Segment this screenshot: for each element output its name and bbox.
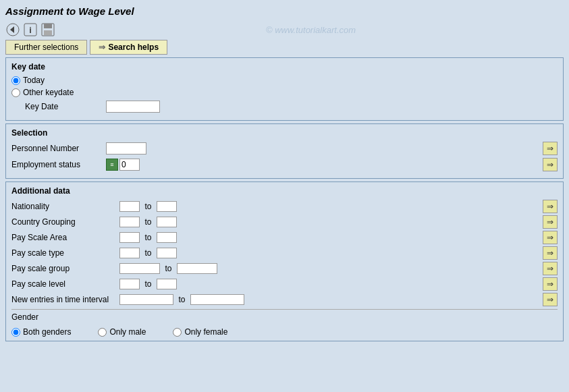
- nationality-to-label: to: [140, 202, 157, 211]
- svg-rect-6: [44, 30, 52, 35]
- new-entries-to-label: to: [173, 295, 190, 304]
- back-icon[interactable]: [5, 22, 20, 37]
- pay-scale-area-label: Pay Scale Area: [11, 233, 119, 242]
- other-keydate-label: Other keydate: [23, 88, 74, 97]
- key-date-input[interactable]: [106, 101, 160, 113]
- country-grouping-arrow-btn[interactable]: [543, 215, 558, 229]
- nationality-label: Nationality: [11, 202, 119, 211]
- today-radio[interactable]: [11, 76, 20, 85]
- nationality-arrow-btn[interactable]: [543, 200, 558, 213]
- nationality-row: Nationality to: [11, 200, 558, 213]
- svg-text:i: i: [29, 25, 32, 35]
- pay-scale-level-arrow-btn[interactable]: [543, 277, 558, 291]
- country-grouping-from-input[interactable]: [119, 217, 140, 227]
- key-date-field-label: Key Date: [11, 102, 106, 111]
- tab-search-helps-label: Search helps: [108, 43, 159, 52]
- new-entries-row: New entries in time interval to: [11, 293, 558, 306]
- pay-scale-level-to-label: to: [140, 279, 157, 289]
- country-grouping-label: Country Grouping: [11, 217, 119, 227]
- both-genders-radio[interactable]: [11, 328, 20, 337]
- pay-scale-area-row: Pay Scale Area to: [11, 231, 558, 244]
- employment-status-arrow-btn[interactable]: [543, 158, 558, 171]
- employment-status-label: Employment status: [11, 160, 106, 169]
- personnel-number-arrow-btn[interactable]: [543, 142, 558, 155]
- toolbar: i © www.tutorialkart.com: [3, 21, 566, 38]
- pay-scale-group-to-input[interactable]: [177, 263, 217, 274]
- pay-scale-level-row: Pay scale level to: [11, 277, 558, 291]
- key-date-title: Key date: [11, 62, 558, 72]
- gender-subsection: Gender Both genders Only male Only femal…: [11, 309, 558, 337]
- key-date-section: Key date Today Other keydate Key Date: [5, 57, 564, 121]
- nationality-from-input[interactable]: [119, 201, 140, 212]
- pay-scale-group-from-input[interactable]: [119, 263, 160, 274]
- both-genders-label: Both genders: [23, 327, 71, 337]
- only-male-option: Only male: [98, 327, 146, 337]
- additional-data-title: Additional data: [11, 186, 558, 196]
- new-entries-to-input[interactable]: [190, 294, 244, 305]
- today-label: Today: [23, 76, 45, 85]
- gender-title: Gender: [11, 312, 558, 322]
- pay-scale-type-to-input[interactable]: [157, 248, 177, 258]
- personnel-number-input[interactable]: [106, 142, 146, 155]
- other-keydate-radio[interactable]: [11, 88, 20, 97]
- country-grouping-row: Country Grouping to: [11, 215, 558, 229]
- pay-scale-area-to-input[interactable]: [157, 232, 177, 243]
- pay-scale-level-from-input[interactable]: [119, 279, 140, 289]
- new-entries-from-input[interactable]: [119, 294, 173, 305]
- pay-scale-type-to-label: to: [140, 248, 157, 258]
- only-female-label: Only female: [184, 327, 227, 337]
- employment-status-row: Employment status ≡: [11, 158, 558, 171]
- personnel-number-row: Personnel Number: [11, 142, 558, 155]
- watermark: © www.tutorialkart.com: [58, 25, 564, 35]
- tab-search-helps[interactable]: ⇒ Search helps: [90, 40, 167, 55]
- pay-scale-type-label: Pay scale type: [11, 248, 119, 258]
- pay-scale-area-arrow-btn[interactable]: [543, 231, 558, 244]
- only-male-label: Only male: [109, 327, 146, 337]
- tab-further-selections-label: Further selections: [14, 43, 78, 52]
- nationality-to-input[interactable]: [157, 201, 177, 212]
- country-grouping-to-label: to: [140, 217, 157, 227]
- pay-scale-group-row: Pay scale group to: [11, 262, 558, 275]
- pay-scale-type-row: Pay scale type to: [11, 246, 558, 260]
- both-genders-option: Both genders: [11, 327, 71, 337]
- tab-further-selections[interactable]: Further selections: [5, 40, 87, 55]
- new-entries-arrow-btn[interactable]: [543, 293, 558, 306]
- tab-arrow-icon: ⇒: [99, 43, 105, 52]
- pay-scale-level-label: Pay scale level: [11, 279, 119, 289]
- page-title: Assignment to Wage Level: [3, 3, 566, 20]
- new-entries-label: New entries in time interval: [11, 295, 119, 304]
- tab-bar: Further selections ⇒ Search helps: [3, 40, 566, 55]
- pay-scale-group-to-label: to: [160, 264, 177, 273]
- svg-rect-5: [44, 24, 52, 28]
- save-icon[interactable]: [40, 22, 55, 37]
- pay-scale-type-from-input[interactable]: [119, 248, 140, 258]
- info-icon[interactable]: i: [23, 22, 38, 37]
- gender-options-row: Both genders Only male Only female: [11, 325, 558, 337]
- only-female-radio[interactable]: [173, 328, 182, 337]
- only-female-option: Only female: [173, 327, 227, 337]
- additional-data-section: Additional data Nationality to Country G…: [5, 181, 564, 341]
- pay-scale-area-from-input[interactable]: [119, 232, 140, 243]
- pay-scale-area-to-label: to: [140, 233, 157, 242]
- country-grouping-to-input[interactable]: [157, 217, 177, 227]
- pay-scale-group-arrow-btn[interactable]: [543, 262, 558, 275]
- pay-scale-type-arrow-btn[interactable]: [543, 246, 558, 260]
- only-male-radio[interactable]: [98, 328, 107, 337]
- employment-status-input[interactable]: [119, 159, 140, 171]
- selection-section: Selection Personnel Number Employment st…: [5, 123, 564, 179]
- selection-title: Selection: [11, 128, 558, 138]
- other-keydate-option-row: Other keydate: [11, 88, 558, 97]
- pay-scale-group-label: Pay scale group: [11, 264, 119, 273]
- personnel-number-label: Personnel Number: [11, 144, 106, 153]
- key-date-row: Key Date: [11, 100, 558, 113]
- pay-scale-level-to-input[interactable]: [157, 279, 177, 289]
- main-window: Assignment to Wage Level i © www.tutoria…: [0, 0, 569, 392]
- employment-status-icon[interactable]: ≡: [106, 159, 118, 171]
- today-option-row: Today: [11, 76, 558, 85]
